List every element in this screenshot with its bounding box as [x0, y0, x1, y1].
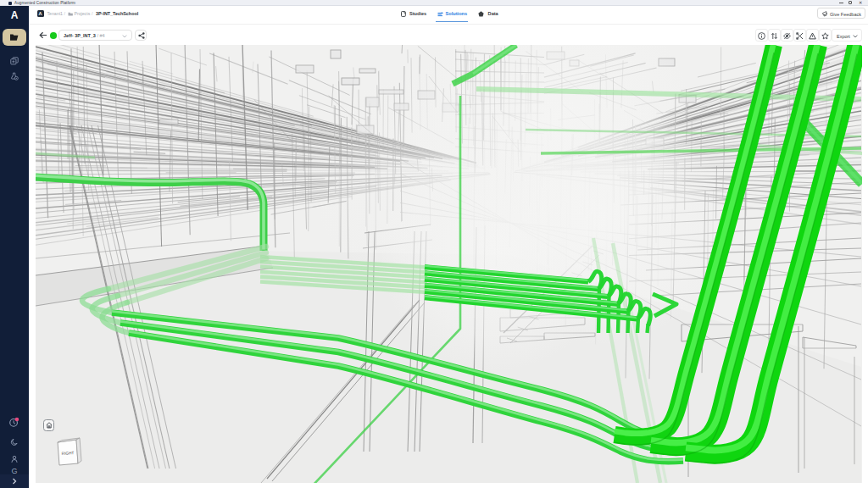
svg-text:RIGHT: RIGHT: [62, 451, 75, 456]
